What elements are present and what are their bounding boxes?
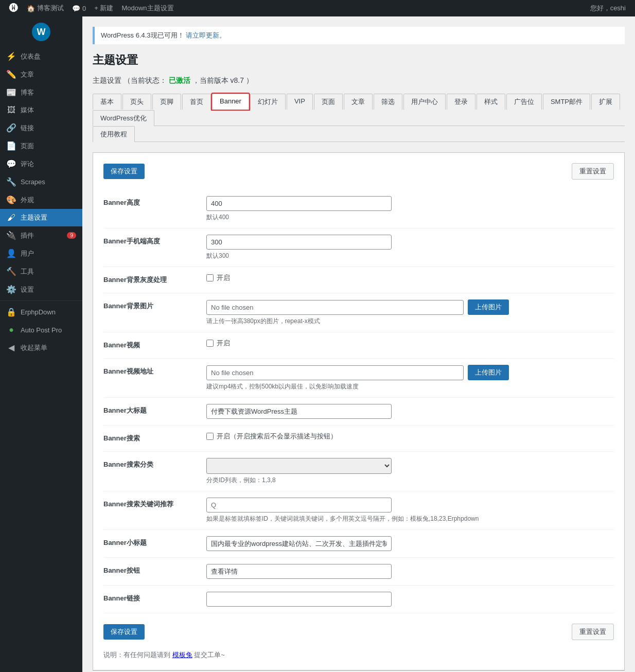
- settings-content: 保存设置 重置设置 Banner高度 默认400 Ba: [93, 152, 625, 670]
- form-row-banner-search-keywords: Banner搜索关键词推荐 如果是标签就填标签ID，关键词就填关键词，多个用英文…: [103, 491, 614, 530]
- tab-filter[interactable]: 筛选: [374, 94, 402, 110]
- sidebar-item-media[interactable]: 🖼媒体: [0, 101, 82, 119]
- tabs-row1: 基本 页头 页脚 首页 Banner 幻灯片 VIP 页面 文章 筛选 用户中心…: [93, 94, 625, 126]
- page-title-bar: Modown主题设置: [117, 0, 178, 16]
- banner-button-input[interactable]: [206, 564, 392, 579]
- tab-basic[interactable]: 基本: [93, 94, 121, 110]
- sidebar-item-tools[interactable]: 🔨工具: [0, 262, 82, 280]
- plugins-icon: 🔌: [6, 231, 16, 240]
- banner-mobile-height-input[interactable]: [206, 235, 392, 250]
- form-row-banner-button: Banner按钮: [103, 558, 614, 586]
- tab-style[interactable]: 样式: [477, 94, 505, 110]
- banner-video-url-label: Banner视频地址: [103, 359, 206, 398]
- main-content: WordPress 6.4.3现已可用！ 请立即更新。 主题设置 主题设置 （当…: [82, 16, 635, 672]
- links-icon: 🔗: [6, 123, 16, 133]
- sidebar-item-settings[interactable]: ⚙️设置: [0, 280, 82, 298]
- banner-bg-grayscale-text: 开启: [217, 273, 230, 282]
- save-settings-button-top[interactable]: 保存设置: [103, 164, 145, 179]
- form-row-banner-bg-grayscale: Banner背景灰度处理 开启: [103, 267, 614, 293]
- home-icon: 🏠: [27, 5, 35, 12]
- sidebar-item-posts[interactable]: ✏️文章: [0, 65, 82, 83]
- footer-note-link[interactable]: 模板兔: [172, 651, 192, 659]
- tab-banner[interactable]: Banner: [212, 94, 249, 110]
- banner-link-label: Banner链接: [103, 586, 206, 613]
- tab-tutorial[interactable]: 使用教程: [93, 126, 135, 142]
- autopost-icon: ●: [6, 325, 16, 334]
- form-row-banner-title: Banner大标题: [103, 398, 614, 426]
- sidebar-item-appearance[interactable]: 🎨外观: [0, 191, 82, 209]
- form-row-banner-search: Banner搜索 开启（开启搜索后不会显示描述与按钮）: [103, 426, 614, 452]
- site-name[interactable]: 🏠 博客测试: [23, 0, 68, 16]
- banner-button-label: Banner按钮: [103, 558, 206, 586]
- banner-title-label: Banner大标题: [103, 398, 206, 426]
- banner-bg-image-wrap: No file chosen 上传图片: [206, 299, 614, 315]
- save-settings-button-bottom[interactable]: 保存设置: [103, 624, 145, 640]
- banner-height-desc: 默认400: [206, 213, 614, 222]
- banner-height-input[interactable]: [206, 196, 392, 211]
- sidebar-item-plugins[interactable]: 🔌插件9: [0, 226, 82, 244]
- banner-title-input[interactable]: [206, 404, 392, 419]
- banner-video-url-wrap: No file chosen 上传图片: [206, 365, 614, 380]
- update-notice: WordPress 6.4.3现已可用！ 请立即更新。: [93, 27, 625, 44]
- settings-form: Banner高度 默认400 Banner手机端高度 默认300: [103, 190, 614, 613]
- banner-search-checkbox-wrap: 开启（开启搜索后不会显示描述与按钮）: [206, 432, 614, 441]
- tab-article[interactable]: 文章: [344, 94, 373, 110]
- banner-search-category-select[interactable]: [206, 458, 392, 474]
- sidebar-item-collapse[interactable]: ◀收起菜单: [0, 339, 82, 357]
- sidebar-item-theme-settings[interactable]: 🖌主题设置: [0, 209, 82, 226]
- banner-mobile-height-desc: 默认300: [206, 252, 614, 260]
- sidebar-item-autopostpro[interactable]: ●Auto Post Pro: [0, 321, 82, 339]
- tab-vip[interactable]: VIP: [287, 94, 313, 110]
- tabs-row2: 使用教程: [93, 126, 625, 142]
- tab-footer[interactable]: 页脚: [152, 94, 181, 110]
- tab-extend[interactable]: 扩展: [591, 94, 620, 110]
- update-link[interactable]: 请立即更新。: [186, 31, 226, 39]
- reset-settings-button-bottom[interactable]: 重置设置: [572, 624, 614, 640]
- banner-subtitle-input[interactable]: [206, 536, 392, 551]
- sidebar-item-comments[interactable]: 💬评论: [0, 155, 82, 173]
- banner-bg-image-upload[interactable]: 上传图片: [468, 299, 509, 315]
- users-icon: 👤: [6, 249, 16, 258]
- sidebar-item-erphpdown[interactable]: 🔒ErphpDown: [0, 303, 82, 321]
- wp-logo[interactable]: 🅦: [5, 0, 23, 16]
- banner-search-checkbox[interactable]: [206, 433, 214, 440]
- form-row-banner-search-category: Banner搜索分类 分类ID列表，例如：1,3,8: [103, 452, 614, 491]
- form-row-banner-video: Banner视频 开启: [103, 332, 614, 359]
- tab-login[interactable]: 登录: [447, 94, 475, 110]
- tab-smtp[interactable]: SMTP邮件: [543, 94, 590, 110]
- sidebar-item-users[interactable]: 👤用户: [0, 244, 82, 262]
- tab-usercenter[interactable]: 用户中心: [403, 94, 446, 110]
- new-post[interactable]: + 新建: [90, 0, 117, 16]
- tab-pagepage[interactable]: 页面: [314, 94, 343, 110]
- banner-video-upload[interactable]: 上传图片: [468, 365, 509, 380]
- sidebar-item-links[interactable]: 🔗链接: [0, 119, 82, 137]
- sidebar-logo: W: [0, 16, 82, 47]
- comments-count[interactable]: 💬 0: [68, 0, 90, 16]
- sidebar-item-dashboard[interactable]: ⚡仪表盘: [0, 47, 82, 65]
- media-icon: 🖼: [6, 105, 16, 115]
- tab-advert[interactable]: 广告位: [506, 94, 542, 110]
- sidebar-item-scrapes[interactable]: 🔧Scrapes: [0, 173, 82, 191]
- bottom-toolbar: 保存设置 重置设置: [103, 624, 614, 640]
- pages-icon: 📄: [6, 141, 16, 151]
- banner-subtitle-label: Banner小标题: [103, 530, 206, 558]
- theme-settings-header: 主题设置 （当前状态： 已激活 ，当前版本 v8.7 ）: [93, 76, 625, 85]
- banner-video-checkbox[interactable]: [206, 340, 214, 347]
- form-row-banner-video-url: Banner视频地址 No file chosen 上传图片 建议mp4格式，控…: [103, 359, 614, 398]
- sidebar-item-pages[interactable]: 📄页面: [0, 137, 82, 155]
- banner-search-keywords-label: Banner搜索关键词推荐: [103, 491, 206, 530]
- banner-mobile-height-label: Banner手机端高度: [103, 228, 206, 267]
- tab-header[interactable]: 页头: [122, 94, 151, 110]
- tab-slideshow[interactable]: 幻灯片: [250, 94, 286, 110]
- banner-bg-grayscale-checkbox[interactable]: [206, 274, 214, 281]
- admin-bar: 🅦 🏠 博客测试 💬 0 + 新建 Modown主题设置 您好，ceshi: [0, 0, 635, 16]
- banner-search-keywords-input[interactable]: [206, 498, 392, 512]
- collapse-icon: ◀: [6, 343, 16, 352]
- sidebar-item-blog[interactable]: 📰博客: [0, 83, 82, 101]
- tab-home[interactable]: 首页: [182, 94, 211, 110]
- banner-link-input[interactable]: [206, 592, 392, 607]
- form-row-banner-mobile-height: Banner手机端高度 默认300: [103, 228, 614, 267]
- banner-search-keywords-desc: 如果是标签就填标签ID，关键词就填关键词，多个用英文逗号隔开，例如：模板兔,18…: [206, 515, 614, 523]
- tab-wpopt[interactable]: WordPress优化: [93, 110, 154, 126]
- reset-settings-button-top[interactable]: 重置设置: [572, 163, 614, 180]
